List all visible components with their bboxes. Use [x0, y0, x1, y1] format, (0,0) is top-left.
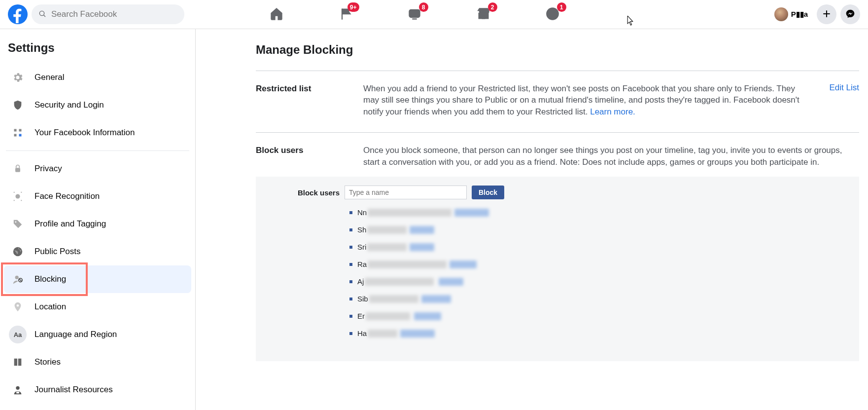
sidebar-item-label: Journalist Resources [35, 385, 113, 395]
sidebar-item-label: Language and Region [35, 330, 117, 339]
svg-rect-12 [14, 134, 17, 137]
book-icon [9, 353, 27, 371]
list-item: Nn [349, 208, 847, 217]
sidebar-item-blocking[interactable]: Blocking [4, 265, 191, 293]
svg-point-21 [17, 304, 19, 307]
block-panel: Block users Block Nn Sh Sri Ra Aj Sib Er… [256, 177, 859, 361]
facebook-logo[interactable] [8, 4, 28, 24]
sidebar-item-journalist[interactable]: Journalist Resources [4, 376, 191, 404]
sidebar-item-label: Blocking [35, 274, 66, 284]
svg-rect-14 [15, 168, 20, 172]
block-input-label: Block users [268, 188, 340, 197]
tag-icon [9, 215, 27, 233]
blocked-users-list: Nn Sh Sri Ra Aj Sib Er Ha [349, 208, 847, 337]
sidebar-item-label: Stories [35, 357, 61, 367]
section-desc: When you add a friend to your Restricted… [363, 83, 810, 117]
badge-count: 8 [419, 2, 428, 12]
sidebar-item-label: Location [35, 302, 66, 312]
svg-rect-11 [19, 129, 22, 132]
sidebar-item-face[interactable]: Face Recognition [4, 183, 191, 210]
list-item: Sh [349, 225, 847, 234]
sidebar-item-public-posts[interactable]: Public Posts [4, 238, 191, 265]
badge-count: 2 [488, 2, 497, 12]
sidebar-item-stories[interactable]: Stories [4, 348, 191, 376]
face-icon [9, 187, 27, 205]
gear-icon [9, 69, 27, 86]
messenger-icon [845, 9, 855, 20]
section-block-users: Block users Once you block someone, that… [256, 132, 859, 376]
sidebar-item-general[interactable]: General [4, 64, 191, 91]
sidebar: Settings General Security and Login Your… [0, 29, 196, 410]
sidebar-item-privacy[interactable]: Privacy [4, 155, 191, 183]
block-icon [9, 270, 27, 288]
svg-line-1 [44, 15, 45, 16]
pin-icon [9, 298, 27, 316]
sidebar-item-language[interactable]: Aa Language and Region [4, 321, 191, 348]
learn-more-link[interactable]: Learn more. [590, 107, 635, 116]
messenger-button[interactable] [840, 4, 860, 24]
lock-icon [9, 160, 27, 178]
page-layout: Settings General Security and Login Your… [0, 29, 868, 410]
badge-count: 1 [557, 2, 566, 12]
svg-point-17 [13, 247, 22, 256]
app-header: 9+ 8 2 1 P▮▮a [0, 0, 868, 29]
sidebar-item-label: Public Posts [35, 247, 81, 257]
svg-point-16 [15, 222, 17, 223]
search-input[interactable] [51, 9, 177, 19]
nav-groups[interactable]: 1 [543, 4, 562, 24]
globe-icon [9, 243, 27, 261]
page-title: Manage Blocking [256, 43, 859, 57]
svg-point-0 [39, 11, 44, 15]
sidebar-item-label: Your Facebook Information [35, 128, 135, 138]
list-item: Sri [349, 243, 847, 251]
search-bar[interactable] [32, 4, 184, 24]
sidebar-item-label: Profile and Tagging [35, 219, 106, 229]
profile-chip[interactable]: P▮▮a [772, 6, 813, 23]
search-icon [38, 10, 46, 19]
svg-point-9 [553, 11, 556, 14]
svg-rect-13 [19, 134, 22, 137]
sidebar-item-label: Security and Login [35, 100, 104, 110]
sidebar-item-location[interactable]: Location [4, 293, 191, 321]
nav-pages[interactable]: 9+ [336, 4, 355, 24]
badge-count: 9+ [347, 2, 359, 12]
divider [6, 150, 189, 151]
home-icon [270, 7, 283, 22]
svg-point-18 [15, 276, 19, 279]
svg-rect-10 [14, 129, 17, 132]
nav-watch[interactable]: 8 [405, 4, 424, 24]
shield-icon [9, 96, 27, 114]
sidebar-item-label: Privacy [35, 164, 62, 174]
sidebar-item-security[interactable]: Security and Login [4, 91, 191, 119]
avatar [774, 7, 788, 21]
create-button[interactable] [817, 4, 836, 24]
header-right: P▮▮a [772, 4, 860, 24]
list-item: Aj [349, 277, 847, 286]
svg-point-7 [547, 8, 558, 19]
block-button[interactable]: Block [472, 186, 504, 199]
section-restricted: Restricted list When you add a friend to… [256, 71, 859, 132]
section-heading: Block users [256, 145, 363, 168]
nav-home[interactable] [267, 4, 286, 24]
grid-icon [9, 124, 27, 142]
section-desc: Once you block someone, that person can … [363, 145, 859, 168]
nav-marketplace[interactable]: 2 [474, 4, 493, 24]
sidebar-item-label: General [35, 73, 64, 82]
block-name-input[interactable] [345, 186, 467, 199]
svg-point-15 [15, 194, 20, 198]
sidebar-item-label: Face Recognition [35, 191, 100, 201]
language-icon: Aa [9, 326, 27, 343]
edit-list-link[interactable]: Edit List [830, 83, 859, 92]
svg-rect-6 [482, 15, 485, 18]
svg-rect-23 [16, 392, 19, 394]
journalist-icon [9, 381, 27, 399]
list-item: Ha [349, 329, 847, 337]
sidebar-item-profile-tagging[interactable]: Profile and Tagging [4, 210, 191, 238]
plus-icon [822, 9, 832, 20]
sidebar-item-your-info[interactable]: Your Facebook Information [4, 119, 191, 147]
top-nav: 9+ 8 2 1 [267, 4, 562, 24]
list-item: Er [349, 312, 847, 320]
profile-name: P▮▮a [791, 10, 808, 19]
cursor-icon [627, 16, 634, 26]
list-item: Sib [349, 295, 847, 303]
